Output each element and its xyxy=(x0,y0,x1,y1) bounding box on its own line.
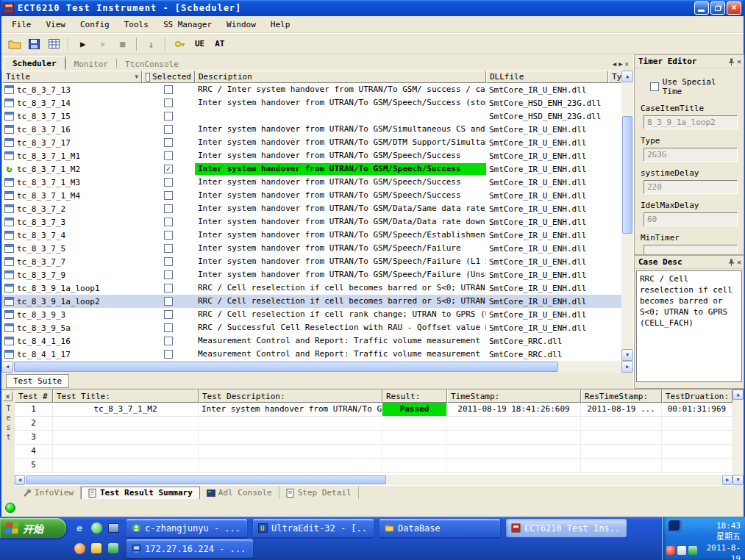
result-row[interactable]: 3 xyxy=(15,431,732,445)
case-checkbox[interactable] xyxy=(164,138,173,147)
scroll-right-icon[interactable]: ▶ xyxy=(722,475,732,485)
idelmaxdelay-field[interactable]: 60 xyxy=(644,212,738,226)
quick-launch-icon-2[interactable] xyxy=(90,542,103,555)
taskbar-button[interactable]: UUltraEdit-32 - [... xyxy=(253,519,374,537)
taskbar-button[interactable]: c-zhangjunyu - ... xyxy=(126,519,247,537)
case-checkbox[interactable] xyxy=(164,178,173,187)
pin-icon[interactable] xyxy=(728,58,735,65)
case-checkbox[interactable] xyxy=(164,218,173,226)
case-checkbox[interactable] xyxy=(164,310,173,319)
scheduler-row[interactable]: tc_8_3_9_1a_loop1RRC / Cell reselection … xyxy=(2,281,633,295)
scheduler-row[interactable]: tc_8_4_1_17Measurement Control and Repor… xyxy=(2,348,633,361)
scheduler-row[interactable]: tc_8_3_7_5Inter system handover from UTR… xyxy=(2,242,633,255)
result-row[interactable]: 4 xyxy=(15,445,732,459)
bottom-tab-step-detail[interactable]: Step Detail xyxy=(279,487,359,500)
scroll-right-icon[interactable]: ▶ xyxy=(621,361,633,373)
scheduler-row[interactable]: tc_8_3_7_1_M1Inter system handover from … xyxy=(2,149,633,162)
case-checkbox[interactable] xyxy=(164,191,173,200)
column-header-dllfile[interactable]: DLLfile xyxy=(486,71,608,83)
result-panel-close-icon[interactable]: × xyxy=(3,392,13,401)
case-checkbox[interactable] xyxy=(164,350,173,359)
scroll-up-icon[interactable]: ▲ xyxy=(732,390,744,400)
scheduler-row[interactable]: tc_8_3_7_15SmtCore_HSD_ENH_23G.dll xyxy=(2,110,633,123)
panel-close-icon[interactable]: ✕ xyxy=(737,58,741,65)
scheduler-row[interactable]: ↻tc_8_3_7_1_M2✓Inter system handover fro… xyxy=(2,162,633,176)
stop-icon[interactable]: ■ xyxy=(113,35,132,52)
quick-launch-orb-icon[interactable] xyxy=(90,521,103,534)
scheduler-row[interactable]: tc_8_3_7_1_M3Inter system handover from … xyxy=(2,176,633,189)
bottom-tab-test-result-summary[interactable]: Test Result Summary xyxy=(81,487,200,500)
tab-close-icon[interactable]: ✕ xyxy=(625,60,629,68)
use-special-time-checkbox[interactable] xyxy=(650,82,659,91)
case-checkbox[interactable] xyxy=(164,270,173,279)
menu-help[interactable]: Help xyxy=(263,18,298,32)
scheduler-row[interactable]: tc_8_3_7_9Inter system handover from UTR… xyxy=(2,268,633,281)
caseitemtitle-field[interactable]: 8_3_9_1a_loop2 xyxy=(644,115,738,129)
scroll-left-icon[interactable]: ◀ xyxy=(15,475,25,485)
run-icon[interactable]: ▶ xyxy=(74,35,92,52)
taskbar-button[interactable]: 172.27.16.224 - ... xyxy=(126,539,253,558)
result-row[interactable]: 5 xyxy=(15,459,732,473)
result-column-2[interactable]: Test Description: xyxy=(199,390,382,403)
scheduler-row[interactable]: tc_8_3_9_3RRC / Cell reselection if cell… xyxy=(2,308,633,321)
column-header-selected[interactable]: Selected xyxy=(142,71,195,83)
case-checkbox[interactable] xyxy=(164,244,173,253)
menu-tools[interactable]: Tools xyxy=(117,18,156,32)
case-checkbox[interactable] xyxy=(164,257,173,266)
abort-icon[interactable]: ✕ xyxy=(93,35,112,52)
scheduler-row[interactable]: tc_8_3_9_1a_loop2RRC / Cell reselection … xyxy=(2,295,633,308)
scheduler-row[interactable]: tc_8_3_7_2Inter system handover from UTR… xyxy=(2,202,633,215)
panel-close-icon[interactable]: ✕ xyxy=(737,259,741,266)
scroll-down-icon[interactable]: ▼ xyxy=(621,349,633,361)
show-desktop-icon[interactable] xyxy=(107,521,120,534)
download-icon[interactable]: ↓ xyxy=(142,35,160,52)
tab-monitor[interactable]: Monitor xyxy=(66,57,116,71)
scheduler-horizontal-scrollbar[interactable]: ◀ ▶ xyxy=(1,361,633,373)
case-checkbox[interactable] xyxy=(164,112,173,121)
menu-config[interactable]: Config xyxy=(73,18,117,32)
restore-button[interactable] xyxy=(710,1,725,15)
case-checkbox[interactable] xyxy=(164,323,173,332)
bottom-tab-adl-console[interactable]: Adl Console xyxy=(200,487,279,500)
scheduler-row[interactable]: tc_8_3_7_1_M4Inter system handover from … xyxy=(2,189,633,202)
bottom-tab-infoview[interactable]: InfoView xyxy=(16,487,81,500)
case-checkbox[interactable] xyxy=(164,284,173,292)
scheduler-row[interactable]: tc_8_3_7_4Inter system handover from UTR… xyxy=(2,229,633,242)
menu-window[interactable]: Window xyxy=(219,18,263,32)
result-row[interactable]: 1tc_8_3_7_1_M2Inter system handover from… xyxy=(15,403,732,417)
scroll-down-icon[interactable]: ▼ xyxy=(732,475,744,485)
case-checkbox[interactable] xyxy=(164,98,173,107)
scroll-left-icon[interactable]: ◀ xyxy=(1,361,13,373)
quick-launch-icon-1[interactable] xyxy=(73,542,86,555)
scroll-up-icon[interactable]: ▲ xyxy=(621,71,633,82)
tab-ttcnconsole[interactable]: TtcnConsole xyxy=(117,57,187,71)
result-column-0[interactable]: Test # xyxy=(15,390,53,403)
key-icon[interactable] xyxy=(171,35,189,52)
result-column-4[interactable]: TimeStamp: xyxy=(447,390,581,403)
scheduler-row[interactable]: tc_8_3_7_14Inter system handover from UT… xyxy=(2,96,633,110)
horizontal-scroll-thumb[interactable] xyxy=(14,362,558,372)
scheduler-row[interactable]: tc_8_3_7_3Inter system handover from UTR… xyxy=(2,215,633,229)
result-column-1[interactable]: Test Title: xyxy=(53,390,199,403)
case-checkbox[interactable] xyxy=(164,151,173,160)
result-row[interactable]: 2 xyxy=(15,417,732,431)
result-column-5[interactable]: ResTimeStamp: xyxy=(581,390,662,403)
ie-icon[interactable]: e xyxy=(73,521,86,534)
close-button[interactable]: × xyxy=(727,1,741,15)
ue-button[interactable]: UE xyxy=(190,35,209,52)
scheduler-row[interactable]: tc_8_3_7_17Inter system handover from UT… xyxy=(2,136,633,149)
minimize-button[interactable] xyxy=(694,1,709,15)
scheduler-row[interactable]: tc_8_3_7_7Inter system handover from UTR… xyxy=(2,255,633,268)
grid-icon[interactable] xyxy=(45,35,63,52)
case-checkbox[interactable]: ✓ xyxy=(164,165,173,173)
at-button[interactable]: AT xyxy=(210,35,229,52)
column-header-description[interactable]: Description xyxy=(195,71,486,83)
type-field[interactable]: 2G3G xyxy=(644,148,738,162)
select-all-checkbox[interactable] xyxy=(146,73,150,82)
case-checkbox[interactable] xyxy=(164,204,173,213)
taskbar-button[interactable]: ECT6210 Test Ins... xyxy=(506,519,627,537)
vertical-scroll-thumb[interactable] xyxy=(622,116,632,234)
menu-file[interactable]: File xyxy=(4,18,39,32)
scheduler-vertical-scrollbar[interactable]: ▲ ▼ xyxy=(621,71,633,361)
systimedelay-field[interactable]: 220 xyxy=(644,180,738,194)
